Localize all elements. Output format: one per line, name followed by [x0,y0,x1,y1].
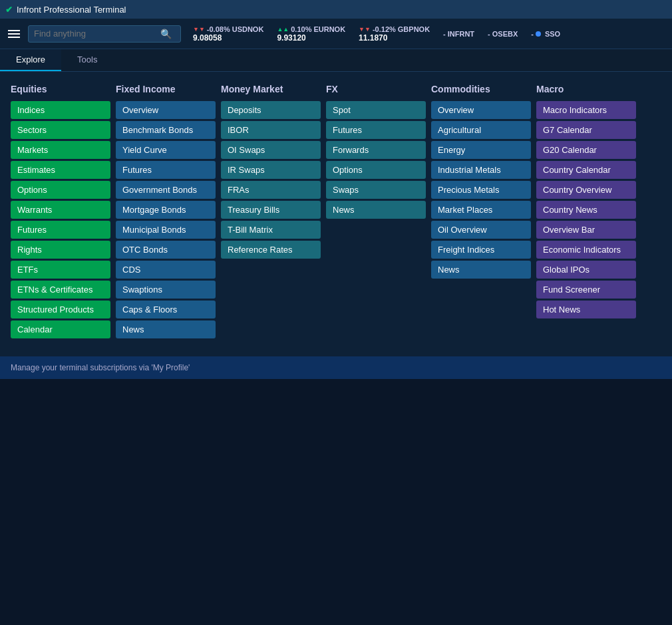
menu-item-futures[interactable]: Futures [326,121,426,139]
search-icon: 🔍 [160,29,172,39]
menu-item-agricultural[interactable]: Agricultural [431,121,531,139]
menu-item-estimates[interactable]: Estimates [11,161,110,179]
category-commodities: CommoditiesOverviewAgriculturalEnergyInd… [431,82,531,340]
menu-item-precious-metals[interactable]: Precious Metals [431,181,531,199]
menu-item-sectors[interactable]: Sectors [11,121,110,139]
menu-item-t-bill-matrix[interactable]: T-Bill Matrix [221,221,321,239]
menu-item-ir-swaps[interactable]: IR Swaps [221,161,321,179]
menu-item-economic-indicators[interactable]: Economic Indicators [536,241,636,259]
menu-item-g20-calendar[interactable]: G20 Calendar [536,141,636,159]
category-fx: FXSpotFuturesForwardsOptionsSwapsNews [326,82,426,340]
menu-button[interactable] [5,27,23,41]
menu-item-options[interactable]: Options [11,181,110,199]
ticker-usdnok: ▼ -0.08% USDNOK 9.08058 [193,25,263,43]
category-header-money-market: Money Market [221,82,321,96]
menu-item-fras[interactable]: FRAs [221,181,321,199]
menu-item-futures[interactable]: Futures [11,221,110,239]
menu-item-oi-swaps[interactable]: OI Swaps [221,141,321,159]
menu-item-mortgage-bonds[interactable]: Mortgage Bonds [116,201,216,219]
tab-explore[interactable]: Explore [0,49,61,71]
menu-item-yield-curve[interactable]: Yield Curve [116,141,216,159]
tab-bar: ExploreTools [0,49,672,72]
category-fixed-income: Fixed IncomeOverviewBenchmark BondsYield… [116,82,216,340]
menu-item-macro-indicators[interactable]: Macro Indicators [536,101,636,119]
menu-item-reference-rates[interactable]: Reference Rates [221,241,321,259]
menu-item-structured-products[interactable]: Structured Products [11,301,110,318]
category-header-commodities: Commodities [431,82,531,96]
menu-item-municipal-bonds[interactable]: Municipal Bonds [116,221,216,239]
bottom-bar: Manage your terminal subscriptions via '… [0,356,672,379]
category-header-macro: Macro [536,82,636,96]
menu-item-cds[interactable]: CDS [116,261,216,279]
menu-item-markets[interactable]: Markets [11,141,110,159]
menu-item-swaptions[interactable]: Swaptions [116,281,216,299]
menu-item-energy[interactable]: Energy [431,141,531,159]
menu-item-warrants[interactable]: Warrants [11,201,110,219]
menu-item-fund-screener[interactable]: Fund Screener [536,281,636,299]
menu-item-swaps[interactable]: Swaps [326,181,426,199]
menu-item-caps---floors[interactable]: Caps & Floors [116,301,216,318]
menu-item-industrial-metals[interactable]: Industrial Metals [431,161,531,179]
menu-item-g7-calendar[interactable]: G7 Calendar [536,121,636,139]
ticker-gbpnok: ▼ -0.12% GBPNOK 11.1870 [359,25,430,43]
app-title: Infront Professional Terminal [17,5,126,15]
menu-item-market-places[interactable]: Market Places [431,201,531,219]
ticker-eurnok: ▲ 0.10% EURNOK 9.93120 [277,25,345,43]
menu-item-indices[interactable]: Indices [11,101,110,119]
category-header-fx: FX [326,82,426,96]
menu-item-news[interactable]: News [116,320,216,338]
menu-item-overview[interactable]: Overview [431,101,531,119]
tab-tools[interactable]: Tools [61,49,113,71]
category-header-equities: Equities [11,82,110,96]
title-bar: ✔ Infront Professional Terminal [0,0,672,19]
menu-item-etns---certificates[interactable]: ETNs & Certificates [11,281,110,299]
menu-item-treasury-bills[interactable]: Treasury Bills [221,201,321,219]
menu-item-oil-overview[interactable]: Oil Overview [431,221,531,239]
menu-item-global-ipos[interactable]: Global IPOs [536,261,636,279]
explore-content: EquitiesIndicesSectorsMarketsEstimatesOp… [0,72,672,351]
app-icon: ✔ [5,5,13,15]
ticker-bar: ▼ -0.08% USDNOK 9.08058 ▲ 0.10% EURNOK 9… [193,25,667,43]
menu-item-country-calendar[interactable]: Country Calendar [536,161,636,179]
menu-item-country-overview[interactable]: Country Overview [536,181,636,199]
menu-item-freight-indices[interactable]: Freight Indices [431,241,531,259]
menu-item-etfs[interactable]: ETFs [11,261,110,279]
menu-item-news[interactable]: News [431,261,531,279]
toolbar: 🔍 ▼ -0.08% USDNOK 9.08058 ▲ 0.10% EURNOK… [0,19,672,49]
ticker-infrnt: - INFRNT [443,30,474,38]
menu-item-overview[interactable]: Overview [116,101,216,119]
category-money-market: Money MarketDepositsIBOROI SwapsIR Swaps… [221,82,321,340]
category-macro: MacroMacro IndicatorsG7 CalendarG20 Cale… [536,82,636,340]
menu-item-government-bonds[interactable]: Government Bonds [116,181,216,199]
menu-item-hot-news[interactable]: Hot News [536,301,636,318]
menu-item-calendar[interactable]: Calendar [11,320,110,338]
menu-item-rights[interactable]: Rights [11,241,110,259]
search-box: 🔍 [28,25,181,43]
menu-item-benchmark-bonds[interactable]: Benchmark Bonds [116,121,216,139]
category-equities: EquitiesIndicesSectorsMarketsEstimatesOp… [11,82,110,340]
menu-item-news[interactable]: News [326,201,426,219]
menu-item-overview-bar[interactable]: Overview Bar [536,221,636,239]
search-input[interactable] [34,29,160,39]
menu-item-country-news[interactable]: Country News [536,201,636,219]
menu-item-futures[interactable]: Futures [116,161,216,179]
subscription-message: Manage your terminal subscriptions via '… [11,363,190,372]
menu-item-options[interactable]: Options [326,161,426,179]
menu-item-forwards[interactable]: Forwards [326,141,426,159]
menu-item-otc-bonds[interactable]: OTC Bonds [116,241,216,259]
category-header-fixed-income: Fixed Income [116,82,216,96]
ticker-osebx: - OSEBX [488,30,518,38]
menu-item-deposits[interactable]: Deposits [221,101,321,119]
ticker-sso: - SSO [531,30,560,38]
menu-item-ibor[interactable]: IBOR [221,121,321,139]
main-area: ExploreTools EquitiesIndicesSectorsMarke… [0,49,672,379]
menu-item-spot[interactable]: Spot [326,101,426,119]
